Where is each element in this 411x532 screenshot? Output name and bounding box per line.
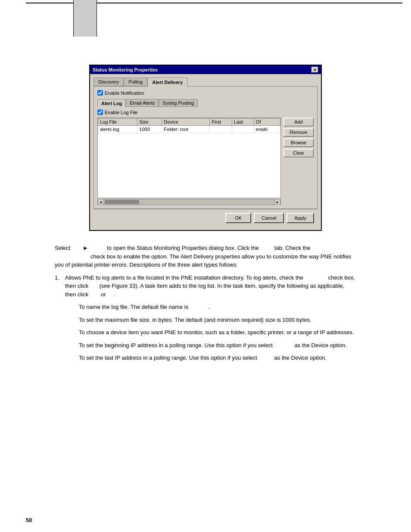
page-number: 50 (26, 517, 32, 523)
col-log-file: Log File (98, 118, 137, 126)
sub-tab-email-alerts[interactable]: Email Alerts (126, 99, 159, 107)
enable-notification-checkbox[interactable] (97, 90, 103, 96)
table-empty-space (98, 133, 280, 198)
enable-log-file-label: Enable Log File (105, 110, 137, 115)
indent-para-3: To choose a device item you want PNE to … (79, 328, 356, 337)
log-table-wrapper: Log File Size Device First Last Of (97, 118, 281, 198)
indent-para-1: To name the log file. The default file n… (79, 303, 356, 311)
ok-button[interactable]: OK (225, 213, 251, 223)
tab-discovery[interactable]: Discovery (93, 78, 124, 86)
list-number-1: 1. (55, 274, 65, 367)
col-size: Size (137, 118, 162, 126)
col-first: First (210, 118, 232, 126)
indent-para-4: To set the beginning IP address in a pol… (79, 341, 356, 350)
remove-button[interactable]: Remove (283, 128, 314, 137)
list-body-1: Allows PNE to log alerts to a file locat… (65, 274, 356, 367)
horizontal-scrollbar[interactable]: ◄ ► (97, 199, 281, 205)
scroll-thumb (105, 200, 139, 204)
apply-button[interactable]: Apply (286, 213, 314, 223)
tab-alert-delivery[interactable]: Alert Delivery (147, 78, 187, 87)
cell-size: 1000 (137, 126, 162, 133)
browse-button[interactable]: Browse (283, 138, 314, 147)
tab-content-alert-delivery: Enable Notification Alert Log Email Aler… (93, 86, 318, 209)
scroll-left-arrow[interactable]: ◄ (98, 199, 104, 205)
enable-notification-label: Enable Notification (105, 90, 144, 96)
enable-log-file-row: Enable Log File (97, 109, 314, 115)
cell-first (210, 126, 232, 133)
dialog-titlebar: Status Monitoring Properties × (90, 65, 321, 74)
col-device: Device (162, 118, 210, 126)
body-text-area: Select ► to open the Status Monitoring P… (55, 244, 356, 367)
cancel-button[interactable]: Cancel (254, 213, 284, 223)
cell-device: Folder: root (162, 126, 210, 133)
tab-polling[interactable]: Polling (124, 78, 147, 86)
enable-log-file-checkbox[interactable] (97, 109, 103, 115)
cell-of: enabl (254, 126, 280, 133)
col-last: Last (232, 118, 254, 126)
scrollbar-track[interactable] (104, 199, 274, 205)
clear-button[interactable]: Clear (283, 149, 314, 157)
main-tab-bar: Discovery Polling Alert Delivery (93, 78, 318, 86)
sub-tab-syslog-posting[interactable]: Syslog Posting (159, 99, 198, 107)
add-button[interactable]: Add (283, 118, 314, 126)
indent-para-5: To set the last IP address in a polling … (79, 354, 356, 362)
list-item-1-text: Allows PNE to log alerts to a file locat… (65, 274, 356, 299)
table-row: alerts.log 1000 Folder: root enabl (98, 126, 280, 133)
col-of: Of (254, 118, 280, 126)
close-button[interactable]: × (311, 67, 318, 73)
indent-para-2: To set the maximum file size, in bytes. … (79, 316, 356, 324)
dialog-footer: OK Cancel Apply (93, 209, 318, 227)
intro-paragraph: Select ► to open the Status Monitoring P… (55, 244, 356, 269)
list-item-1: 1. Allows PNE to log alerts to a file lo… (55, 274, 356, 367)
cell-last (232, 126, 254, 133)
dialog-title: Status Monitoring Properties (93, 67, 158, 72)
content-area: Log File Size Device First Last Of (97, 118, 314, 205)
status-monitoring-dialog: Status Monitoring Properties × Discovery… (89, 65, 322, 231)
table-area: Log File Size Device First Last Of (97, 118, 281, 205)
scroll-right-arrow[interactable]: ► (274, 199, 280, 205)
bookmark (73, 0, 97, 37)
action-buttons: Add Remove Browse Clear (283, 118, 314, 205)
sub-tab-bar: Alert Log Email Alerts Syslog Posting (97, 99, 314, 107)
log-table: Log File Size Device First Last Of (98, 118, 280, 133)
dialog-body: Discovery Polling Alert Delivery Enable … (90, 74, 321, 230)
cell-log-file: alerts.log (98, 126, 137, 133)
sub-tab-alert-log[interactable]: Alert Log (97, 99, 126, 107)
enable-notification-row: Enable Notification (97, 90, 314, 96)
dialog-wrapper: Status Monitoring Properties × Discovery… (89, 65, 322, 231)
